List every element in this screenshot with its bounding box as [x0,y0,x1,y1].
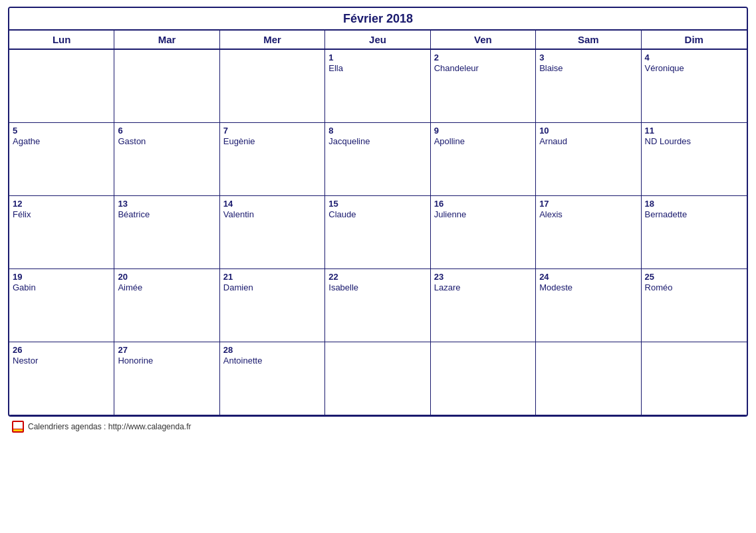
header-cell-mer: Mer [220,31,325,49]
day-number: 6 [118,126,215,136]
day-number: 7 [223,126,321,136]
day-number: 19 [13,272,110,282]
day-number: 1 [328,53,426,62]
day-number: 17 [539,199,637,209]
day-saint: Véronique [645,63,743,73]
day-saint: Jacqueline [328,136,426,146]
day-cell [220,50,325,123]
day-saint: Gabin [13,282,110,292]
day-saint: Isabelle [328,282,426,292]
day-number: 13 [118,199,215,209]
day-saint: Alexis [539,209,637,219]
day-cell: 9Apolline [431,123,536,196]
day-cell: 28Antoinette [220,342,325,415]
footer: Calendriers agendas : http://www.calagen… [8,418,748,435]
day-number: 18 [645,199,743,209]
header-cell-mar: Mar [114,31,219,49]
day-cell: 12Félix [9,196,114,269]
header-cell-dim: Dim [642,31,747,49]
day-saint: Agathe [13,136,110,146]
day-saint: Damien [223,282,321,292]
day-cell: 2Chandeleur [431,50,536,123]
day-saint: Chandeleur [434,63,532,73]
day-cell: 7Eugènie [220,123,325,196]
day-saint: Apolline [434,136,532,146]
day-saint: Roméo [645,282,743,292]
day-saint: Antoinette [223,356,321,366]
day-cell: 11ND Lourdes [642,123,747,196]
day-saint: Claude [328,209,426,219]
day-cell: 3Blaise [536,50,641,123]
header-cell-lun: Lun [9,31,114,49]
day-cell: 21Damien [220,269,325,342]
day-cell [325,342,430,415]
day-cell: 22Isabelle [325,269,430,342]
day-saint: Arnaud [539,136,637,146]
day-cell [642,342,747,415]
header-cell-sam: Sam [536,31,641,49]
day-number: 10 [539,126,637,136]
calendar-title: Février 2018 [9,8,747,31]
calendar: Février 2018 LunMarMerJeuVenSamDim 1Ella… [8,7,748,417]
day-number: 24 [539,272,637,282]
day-cell: 20Aimée [114,269,219,342]
day-number: 28 [223,345,321,355]
day-cell: 27Honorine [114,342,219,415]
day-number: 2 [434,53,532,62]
calendar-header: LunMarMerJeuVenSamDim [9,31,747,50]
day-cell [431,342,536,415]
day-saint: Honorine [118,356,215,366]
svg-rect-2 [13,429,23,431]
day-saint: Lazare [434,282,532,292]
day-saint: Modeste [539,282,637,292]
header-cell-jeu: Jeu [325,31,430,49]
day-cell [114,50,219,123]
day-number: 20 [118,272,215,282]
day-saint: Gaston [118,136,215,146]
day-cell: 18Bernadette [642,196,747,269]
calagenda-icon [12,421,24,433]
day-cell: 8Jacqueline [325,123,430,196]
day-saint: Blaise [539,63,637,73]
day-cell: 4Véronique [642,50,747,123]
day-cell: 17Alexis [536,196,641,269]
day-cell: 15Claude [325,196,430,269]
header-cell-ven: Ven [431,31,536,49]
day-number: 14 [223,199,321,209]
day-cell: 1Ella [325,50,430,123]
day-number: 25 [645,272,743,282]
day-cell: 26Nestor [9,342,114,415]
day-number: 8 [328,126,426,136]
day-cell: 24Modeste [536,269,641,342]
svg-rect-1 [13,422,23,429]
day-saint: Ella [328,63,426,73]
day-cell: 25Roméo [642,269,747,342]
day-number: 15 [328,199,426,209]
day-saint: ND Lourdes [645,136,743,146]
day-saint: Valentin [223,209,321,219]
day-cell: 5Agathe [9,123,114,196]
day-cell: 19Gabin [9,269,114,342]
day-saint: Aimée [118,282,215,292]
day-number: 11 [645,126,743,136]
day-cell: 14Valentin [220,196,325,269]
footer-text: Calendriers agendas : http://www.calagen… [28,422,191,431]
day-cell: 23Lazare [431,269,536,342]
day-saint: Béatrice [118,209,215,219]
day-saint: Bernadette [645,209,743,219]
day-cell: 13Béatrice [114,196,219,269]
day-cell: 10Arnaud [536,123,641,196]
day-number: 12 [13,199,110,209]
day-cell [9,50,114,123]
day-saint: Nestor [13,356,110,366]
day-number: 26 [13,345,110,355]
day-number: 3 [539,53,637,62]
day-cell: 16Julienne [431,196,536,269]
calendar-grid: 1Ella2Chandeleur3Blaise4Véronique5Agathe… [9,50,747,415]
day-number: 5 [13,126,110,136]
day-cell: 6Gaston [114,123,219,196]
day-number: 27 [118,345,215,355]
day-number: 4 [645,53,743,62]
day-number: 9 [434,126,532,136]
day-saint: Félix [13,209,110,219]
